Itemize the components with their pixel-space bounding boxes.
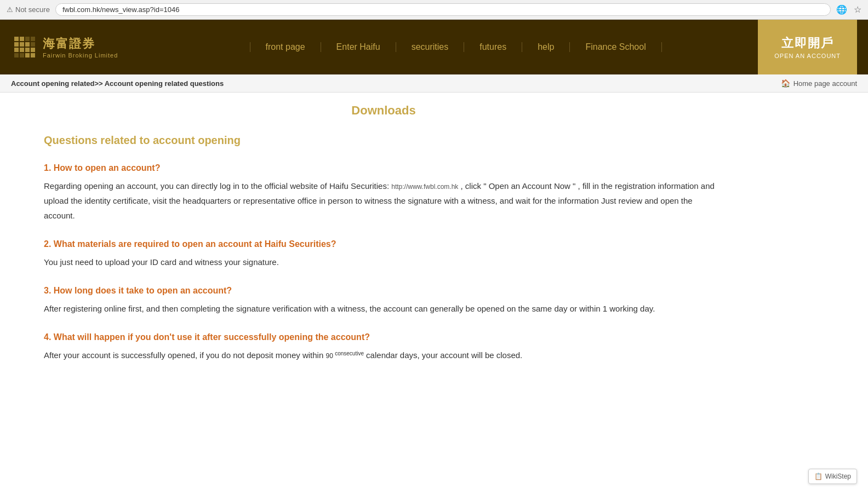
logo-chinese: 海富證券 [43,36,118,52]
logo-dot [20,37,24,41]
logo-dot [31,42,35,47]
open-account-button[interactable]: 立即開戶 OPEN AN ACCOUNT [758,20,857,74]
open-account-english: OPEN AN ACCOUNT [774,53,841,59]
faq-item-3: 3. How long does it take to open an acco… [44,286,723,316]
consecutive-inline: 90 consecutive [326,352,364,360]
faq-item-4: 4. What will happen if you don't use it … [44,332,723,362]
faq-answer-2: You just need to upload your ID card and… [44,255,723,269]
logo-dot [31,48,35,52]
nav-header: 海富證券 Fairwin Broking Limited front page … [0,20,868,74]
faq-item-1: 1. How to open an account? Regarding ope… [44,163,723,223]
breadcrumb-right: 🏠 Home page account [781,79,857,88]
breadcrumb-bar: Account opening related>> Account openin… [0,74,868,93]
faq-question-1: 1. How to open an account? [44,163,723,173]
logo-dot [20,53,24,57]
logo-text: 海富證券 Fairwin Broking Limited [43,36,118,59]
faq-question-2: 2. What materials are required to open a… [44,239,723,249]
breadcrumb: Account opening related>> Account openin… [11,79,224,88]
nav-link-financeschool[interactable]: Finance School [570,42,661,52]
translate-icon[interactable]: 🌐 [836,4,847,15]
faq-answer-3: After registering online first, and then… [44,301,723,316]
nav-link-enterhaifu[interactable]: Enter Haifu [321,42,396,52]
nav-link-frontpage[interactable]: front page [250,42,321,52]
logo-dot [20,42,24,47]
faq-question-4: 4. What will happen if you don't use it … [44,332,723,342]
home-page-account-link[interactable]: Home page account [793,79,857,88]
section-title: Questions related to account opening [44,134,723,147]
nav-link-help[interactable]: help [522,42,570,52]
logo-dot [14,48,19,52]
browser-icons: 🌐 ☆ [836,4,861,15]
nav-links: front page Enter Haifu securities future… [153,42,758,52]
url-bar[interactable]: fwbl.com.hk/news_view.asp?id=1046 [55,3,831,16]
url-inline-1: http://www.fwbl.com.hk [391,183,458,191]
logo-dot [31,37,35,41]
logo-dot [31,53,35,57]
faq-answer-1: Regarding opening an account, you can di… [44,179,723,223]
warning-icon: ⚠ [7,5,13,14]
logo-dot [25,48,30,52]
nav-link-futures[interactable]: futures [464,42,522,52]
logo-english: Fairwin Broking Limited [43,52,118,59]
logo-dot [25,42,30,47]
logo-icon [11,33,38,61]
faq-answer-4: After your account is successfully opene… [44,348,723,362]
not-secure-indicator: ⚠ Not secure [7,5,50,14]
faq-question-3: 3. How long does it take to open an acco… [44,286,723,296]
logo-dot [25,37,30,41]
logo-dot [14,37,19,41]
logo-dot [25,53,30,57]
page-title: Downloads [44,103,723,118]
bookmark-icon[interactable]: ☆ [854,4,861,15]
logo-dot [20,48,24,52]
logo-dot [14,42,19,47]
logo-area: 海富證券 Fairwin Broking Limited [11,33,153,61]
not-secure-label: Not secure [15,5,50,14]
main-content: Downloads Questions related to account o… [0,93,767,401]
home-icon: 🏠 [781,79,790,88]
faq-item-2: 2. What materials are required to open a… [44,239,723,269]
nav-link-securities[interactable]: securities [396,42,465,52]
logo-dot [14,53,19,57]
browser-bar: ⚠ Not secure fwbl.com.hk/news_view.asp?i… [0,0,868,20]
open-account-chinese: 立即開戶 [781,35,834,51]
